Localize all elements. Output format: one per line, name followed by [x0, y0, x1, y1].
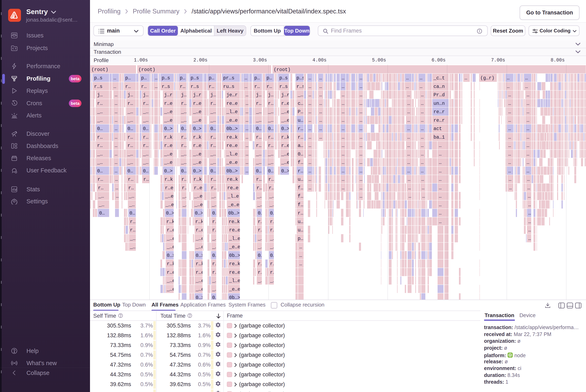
- svg-text:p…: p…: [298, 236, 303, 242]
- svg-text:…: …: [246, 143, 248, 148]
- svg-text:…: …: [360, 76, 362, 81]
- svg-text:r…: r…: [98, 177, 103, 182]
- svg-text:_…: _…: [129, 202, 135, 208]
- svg-text:_…: _…: [127, 152, 133, 157]
- svg-text:r…k: r…k: [196, 261, 204, 267]
- svg-text:…: …: [439, 177, 442, 182]
- svg-text:…: …: [422, 194, 425, 199]
- svg-text:r…e: r…e: [165, 186, 173, 191]
- svg-text:act: act: [433, 126, 442, 132]
- svg-text:…: …: [508, 152, 511, 157]
- svg-text:r…e: r…e: [196, 270, 204, 275]
- svg-text:…: …: [308, 160, 311, 165]
- svg-text:r…: r…: [181, 177, 187, 182]
- svg-text:r…: r…: [211, 177, 216, 182]
- svg-text:_…: _…: [258, 236, 263, 242]
- svg-text:r…: r…: [98, 186, 104, 191]
- svg-text:r…: r…: [212, 219, 218, 224]
- svg-text:0b…>: 0b…>: [229, 295, 240, 300]
- svg-text:_…: _…: [181, 152, 187, 157]
- svg-text:p…s: p…s: [191, 76, 199, 81]
- svg-text:p…: p…: [180, 76, 186, 81]
- svg-text:_…e: _…e: [164, 109, 173, 114]
- svg-text:_l…e: _l…e: [226, 109, 238, 114]
- svg-text:…: …: [342, 126, 344, 132]
- svg-text:…: …: [407, 92, 410, 98]
- svg-text:_…: _…: [211, 194, 217, 199]
- svg-text:r…e: r…e: [167, 228, 175, 233]
- svg-text:r…: r…: [210, 135, 216, 140]
- svg-text:_…: _…: [127, 160, 133, 165]
- svg-text:_…e: _…e: [193, 152, 201, 157]
- svg-text:…: …: [246, 126, 248, 132]
- svg-text:…: …: [439, 160, 442, 165]
- svg-text:j…: j…: [256, 92, 262, 98]
- svg-text:f…: f…: [298, 202, 303, 208]
- svg-text:_…e: _…e: [281, 109, 290, 114]
- svg-text:…: …: [526, 143, 529, 148]
- svg-text:…: …: [113, 84, 116, 89]
- svg-text:j…: j…: [181, 92, 187, 98]
- svg-text:r…: r…: [181, 101, 187, 106]
- svg-text:r…: r…: [258, 228, 263, 233]
- svg-text:r…k: r…k: [166, 219, 175, 224]
- svg-text:_…: _…: [256, 118, 262, 123]
- svg-text:r…: r…: [258, 261, 263, 267]
- svg-text:r…k: r…k: [281, 135, 290, 140]
- svg-text:…: …: [407, 135, 410, 140]
- svg-text:r…e: r…e: [193, 101, 201, 106]
- svg-text:0b…>: 0b…>: [228, 211, 239, 216]
- svg-text:…: …: [528, 202, 531, 208]
- svg-text:p…: p…: [209, 76, 214, 81]
- svg-text:…: …: [115, 135, 118, 140]
- svg-text:…: …: [421, 109, 424, 114]
- svg-text:…: …: [342, 92, 344, 98]
- svg-text:…: …: [528, 228, 531, 233]
- svg-text:f…: f…: [298, 160, 303, 165]
- svg-text:…: …: [115, 101, 118, 106]
- svg-text:_…: _…: [129, 194, 134, 199]
- svg-text:_…: _…: [181, 118, 187, 123]
- svg-text:…: …: [319, 101, 322, 106]
- svg-text:…: …: [342, 143, 344, 148]
- svg-text:r…: r…: [254, 84, 260, 89]
- svg-text:…: …: [360, 92, 362, 98]
- svg-text:re…e: re…e: [226, 101, 238, 106]
- svg-text:_…: _…: [143, 109, 149, 114]
- svg-text:…: …: [342, 152, 344, 157]
- svg-text:_…e: _…e: [194, 194, 202, 199]
- svg-text:r…: r…: [268, 143, 274, 148]
- svg-text:re…e: re…e: [226, 143, 238, 148]
- svg-text:…: …: [360, 194, 362, 199]
- svg-text:…: …: [360, 143, 362, 148]
- svg-text:j…r: j…r: [164, 92, 173, 98]
- svg-text:_…: _…: [143, 160, 149, 165]
- svg-text:…: …: [342, 177, 344, 182]
- svg-text:r…: r…: [268, 135, 274, 140]
- svg-text:r…k: r…k: [193, 135, 201, 140]
- svg-text:…: …: [421, 118, 424, 123]
- svg-text:0…: 0…: [210, 126, 216, 132]
- svg-text:r…: r…: [128, 135, 133, 140]
- svg-text:_…e: _…e: [164, 118, 173, 123]
- svg-text:…: …: [508, 143, 511, 148]
- svg-text:r…: r…: [256, 135, 262, 140]
- svg-text:r…: r…: [212, 261, 218, 267]
- svg-text:_…: _…: [297, 92, 303, 98]
- svg-text:r…e: r…e: [167, 270, 175, 275]
- svg-text:…: …: [308, 143, 311, 148]
- svg-text:…: …: [527, 177, 530, 182]
- svg-text:…: …: [406, 84, 409, 89]
- svg-text:_…: _…: [257, 202, 263, 208]
- svg-text:…: …: [526, 109, 529, 114]
- svg-text:j…r: j…r: [193, 92, 201, 98]
- svg-text:_…: _…: [212, 244, 218, 250]
- svg-text:…: …: [508, 109, 511, 114]
- svg-text:r…: r…: [268, 177, 274, 182]
- svg-text:…: …: [508, 118, 511, 123]
- svg-text:_l…e: _l…e: [227, 194, 239, 199]
- svg-text:_…e: _…e: [196, 287, 204, 292]
- svg-text:…: …: [319, 126, 322, 132]
- svg-text:0…: 0…: [181, 126, 187, 132]
- svg-text:0b…>: 0b…>: [226, 168, 238, 174]
